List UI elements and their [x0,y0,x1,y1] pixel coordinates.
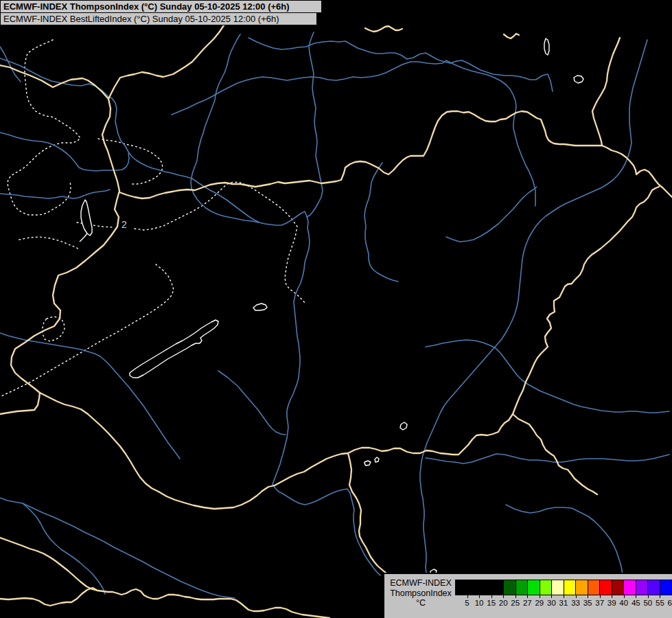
legend-color-cell [636,580,648,595]
legend-color-cell [612,580,624,595]
legend-title-unit: °C [386,598,456,608]
legend-title-model: ECMWF-INDEX [386,578,456,588]
legend-tick [540,595,540,598]
legend-color-cell [540,580,552,595]
legend-tick-label: 45 [632,599,640,607]
legend-color-bar [455,580,672,595]
legend-color-cell [503,580,515,595]
legend-tick-label: 20 [499,599,508,607]
legend: ECMWF-INDEX ThompsonIndex °C 51015202527… [383,573,672,618]
legend-color-cell [467,580,480,595]
legend-tick [551,595,552,598]
legend-color-cell [456,580,467,595]
legend-tick-label: 31 [559,599,568,607]
legend-title-index: ThompsonIndex [386,588,456,599]
legend-tick [600,595,601,598]
legend-color-cell [515,580,528,595]
legend-color-cell [575,580,588,595]
legend-color-cell [623,580,636,595]
legend-tick-label: 37 [595,599,604,607]
legend-color-cell [479,580,491,595]
legend-tick-label: 39 [607,599,616,607]
legend-color-cell [660,580,672,595]
legend-tick-label: 60 [668,599,672,607]
legend-color-cell [647,580,660,595]
legend-color-cell [588,580,600,595]
legend-tick-label: 50 [643,599,652,607]
legend-tick [527,595,528,598]
legend-tick [479,595,480,598]
legend-tick [576,595,577,598]
legend-tick [564,595,564,598]
legend-tick-label: 55 [656,599,664,607]
legend-tick [612,595,612,598]
legend-tick-label: 5 [465,599,469,607]
legend-color-cell [599,580,612,595]
legend-tick-label: 15 [487,599,496,607]
legend-tick-label: 29 [535,599,544,607]
legend-tick [648,595,649,598]
legend-color-cell [564,580,576,595]
weather-map-screen: 2 ECMWF-INDEX ThompsonIndex (°C) Sunday … [0,0,672,618]
legend-color-cell [527,580,540,595]
legend-title: ECMWF-INDEX ThompsonIndex °C [386,578,456,608]
legend-color-cell [551,580,564,595]
map-canvas: 2 [0,0,672,618]
legend-tick [503,595,504,598]
legend-tick [624,595,625,598]
legend-color-cell [491,580,504,595]
legend-tick-label: 27 [523,599,532,607]
legend-tick [515,595,516,598]
legend-tick [491,595,492,598]
legend-tick-label: 35 [583,599,592,607]
legend-tick [588,595,588,598]
map-background [0,0,672,618]
legend-tick-label: 33 [571,599,580,607]
legend-tick [467,595,468,598]
legend-tick-label: 25 [511,599,520,607]
legend-tick-label: 40 [619,599,628,607]
legend-tick-label: 10 [475,599,484,607]
header-title-line2: ECMWF-INDEX BestLiftedIndex (°C) Sunday … [0,12,317,25]
contour-value-label: 2 [121,219,127,230]
legend-tick-label: 30 [547,599,556,607]
header-title-line1: ECMWF-INDEX ThompsonIndex (°C) Sunday 05… [0,0,322,13]
legend-tick [636,595,636,598]
legend-tick [660,595,660,598]
